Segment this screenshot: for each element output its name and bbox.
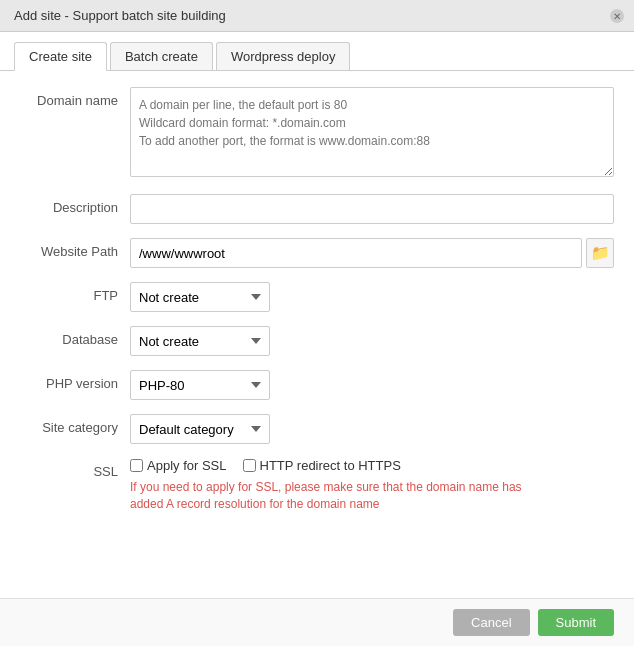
apply-ssl-checkbox[interactable] [130, 459, 143, 472]
title-bar: Add site - Support batch site building ✕ [0, 0, 634, 32]
site-category-select[interactable]: Default category [130, 414, 270, 444]
apply-ssl-text: Apply for SSL [147, 458, 227, 473]
domain-name-control [130, 87, 614, 180]
submit-button[interactable]: Submit [538, 609, 614, 636]
ftp-label: FTP [20, 282, 130, 303]
site-category-label: Site category [20, 414, 130, 435]
close-button[interactable]: ✕ [610, 9, 624, 23]
tab-wordpress-deploy[interactable]: Wordpress deploy [216, 42, 351, 70]
apply-ssl-label[interactable]: Apply for SSL [130, 458, 227, 473]
tab-bar: Create site Batch create Wordpress deplo… [0, 32, 634, 71]
ssl-controls: Apply for SSL HTTP redirect to HTTPS If … [130, 458, 550, 513]
domain-name-label: Domain name [20, 87, 130, 108]
php-version-row: PHP version PHP-80 PHP-74 PHP-72 PHP-70 … [20, 370, 614, 400]
database-row: Database Not create Create [20, 326, 614, 356]
ftp-row: FTP Not create Create [20, 282, 614, 312]
php-version-select[interactable]: PHP-80 PHP-74 PHP-72 PHP-70 PHP-56 [130, 370, 270, 400]
description-control [130, 194, 614, 224]
dialog-title: Add site - Support batch site building [14, 8, 226, 23]
folder-icon: 📁 [591, 244, 610, 262]
dialog-body: Create site Batch create Wordpress deplo… [0, 32, 634, 646]
description-label: Description [20, 194, 130, 215]
website-path-label: Website Path [20, 238, 130, 259]
website-path-control: 📁 [130, 238, 614, 268]
http-redirect-text: HTTP redirect to HTTPS [260, 458, 401, 473]
tab-batch-create[interactable]: Batch create [110, 42, 213, 70]
site-category-control: Default category [130, 414, 614, 444]
ssl-label: SSL [20, 458, 130, 479]
cancel-button[interactable]: Cancel [453, 609, 529, 636]
ftp-select[interactable]: Not create Create [130, 282, 270, 312]
website-path-row: Website Path 📁 [20, 238, 614, 268]
ssl-note: If you need to apply for SSL, please mak… [130, 479, 550, 513]
ssl-row: SSL Apply for SSL HTTP redirect to HTTPS… [20, 458, 614, 513]
website-path-input[interactable] [130, 238, 582, 268]
http-redirect-checkbox[interactable] [243, 459, 256, 472]
database-label: Database [20, 326, 130, 347]
ssl-checkboxes: Apply for SSL HTTP redirect to HTTPS [130, 458, 550, 473]
php-version-control: PHP-80 PHP-74 PHP-72 PHP-70 PHP-56 [130, 370, 614, 400]
ftp-control: Not create Create [130, 282, 614, 312]
php-version-label: PHP version [20, 370, 130, 391]
http-redirect-label[interactable]: HTTP redirect to HTTPS [243, 458, 401, 473]
description-input[interactable] [130, 194, 614, 224]
folder-browse-button[interactable]: 📁 [586, 238, 614, 268]
form-body: Domain name Description Website Path 📁 [0, 71, 634, 598]
site-category-row: Site category Default category [20, 414, 614, 444]
domain-name-row: Domain name [20, 87, 614, 180]
description-row: Description [20, 194, 614, 224]
database-select[interactable]: Not create Create [130, 326, 270, 356]
database-control: Not create Create [130, 326, 614, 356]
dialog-footer: Cancel Submit [0, 598, 634, 646]
tab-create-site[interactable]: Create site [14, 42, 107, 71]
domain-name-input[interactable] [130, 87, 614, 177]
